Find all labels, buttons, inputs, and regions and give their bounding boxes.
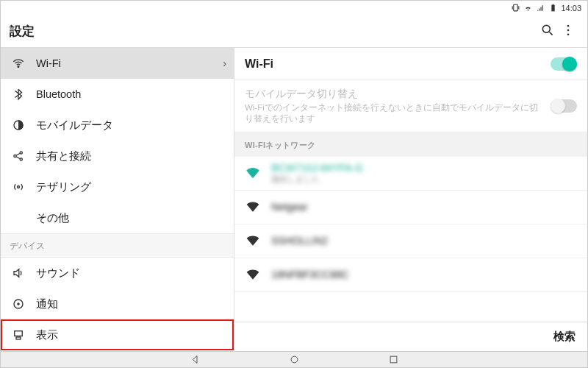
detail-pane: Wi-Fi モバイルデータ切り替え Wi-Fiでのインターネット接続を行えないと… <box>234 48 587 351</box>
nav-home-button[interactable] <box>289 354 300 367</box>
sidebar-item-tethering[interactable]: テザリング <box>1 171 234 202</box>
sidebar-item-label: 表示 <box>36 328 226 342</box>
search-button[interactable] <box>537 23 558 40</box>
sidebar-section-device: デバイス <box>1 233 234 258</box>
battery-icon <box>548 3 558 14</box>
status-bar: 14:03 <box>1 1 587 15</box>
svg-point-3 <box>542 25 550 32</box>
svg-rect-1 <box>552 4 555 11</box>
bluetooth-icon <box>11 88 26 101</box>
sidebar-item-label: その他 <box>36 211 226 225</box>
svg-point-17 <box>291 356 298 363</box>
mobile-data-switch-row: モバイルデータ切り替え Wi-Fiでのインターネット接続を行えないときに自動でモ… <box>234 80 587 132</box>
vibrate-icon <box>511 3 520 14</box>
chevron-right-icon: › <box>223 57 226 69</box>
svg-point-5 <box>567 29 570 32</box>
svg-point-10 <box>20 152 22 154</box>
search-networks-button[interactable]: 検索 <box>553 330 576 344</box>
mobile-switch-desc: Wi-Fiでのインターネット接続を行えないときに自動でモバイルデータに切り替えを… <box>245 102 545 124</box>
tethering-icon <box>11 180 26 194</box>
share-icon <box>11 149 26 163</box>
svg-point-7 <box>18 66 19 68</box>
sidebar-item-label: Wi-Fi <box>36 57 212 69</box>
sidebar-item-sound[interactable]: サウンド <box>1 258 234 289</box>
mobile-data-icon <box>11 118 26 132</box>
wifi-toggle[interactable] <box>551 57 577 71</box>
sidebar-item-more[interactable]: その他 <box>1 202 234 233</box>
sidebar-item-label: 共有と接続 <box>36 149 226 163</box>
svg-point-9 <box>14 155 16 157</box>
sidebar-item-label: サウンド <box>36 266 226 280</box>
mobile-data-switch-toggle[interactable] <box>551 99 577 113</box>
sidebar-item-mobile-data[interactable]: モバイルデータ <box>1 110 234 141</box>
sidebar-item-display[interactable]: 表示 <box>1 319 234 350</box>
sound-icon <box>11 266 26 280</box>
settings-sidebar: Wi-Fi › Bluetooth モバイルデータ 共有と接続 テザリング その… <box>1 48 234 351</box>
network-name: SSHOLLIN2 <box>271 235 577 247</box>
display-icon <box>11 328 26 342</box>
sidebar-item-notifications[interactable]: 通知 <box>1 289 234 319</box>
wifi-network-item[interactable]: 18NFBF3CC88C <box>234 258 587 292</box>
sidebar-item-label: 通知 <box>36 297 226 311</box>
detail-title: Wi-Fi <box>245 57 551 71</box>
svg-rect-2 <box>553 4 554 4</box>
svg-point-6 <box>567 34 570 36</box>
app-header: 設定 <box>1 15 587 48</box>
sidebar-item-label: モバイルデータ <box>36 118 226 132</box>
network-name: 18NFBF3CC88C <box>271 269 577 280</box>
wifi-networks-header: WI-FIネットワーク <box>234 132 587 157</box>
svg-point-14 <box>18 303 19 305</box>
sidebar-item-label: Bluetooth <box>36 88 226 100</box>
detail-footer: 検索 <box>234 322 587 351</box>
wifi-icon <box>523 3 533 14</box>
wifi-signal-icon <box>245 267 261 282</box>
sidebar-item-wifi[interactable]: Wi-Fi › <box>1 48 234 79</box>
sidebar-item-bluetooth[interactable]: Bluetooth <box>1 79 234 110</box>
sidebar-item-share-connect[interactable]: 共有と接続 <box>1 141 234 171</box>
svg-rect-18 <box>390 356 397 363</box>
wifi-network-item[interactable]: SSHOLLIN2 <box>234 224 587 258</box>
svg-rect-16 <box>16 337 21 339</box>
network-name: Netgear <box>271 201 577 213</box>
wifi-network-item[interactable]: BCW710J-84YFA-G 接続しました <box>234 157 587 191</box>
sidebar-item-label: テザリング <box>36 180 226 194</box>
nav-recent-button[interactable] <box>388 354 399 367</box>
network-name: BCW710J-84YFA-G <box>271 162 577 174</box>
nav-bar <box>1 351 587 368</box>
svg-point-12 <box>18 186 20 188</box>
svg-rect-0 <box>514 4 517 11</box>
wifi-signal-icon <box>245 166 261 180</box>
page-title: 設定 <box>10 23 537 40</box>
mobile-switch-title: モバイルデータ切り替え <box>245 88 545 101</box>
wifi-icon <box>11 57 26 70</box>
svg-rect-15 <box>15 331 23 336</box>
wifi-network-item[interactable]: Netgear <box>234 191 587 224</box>
detail-header: Wi-Fi <box>234 48 587 80</box>
clock-time: 14:03 <box>561 4 581 13</box>
svg-point-4 <box>567 25 570 27</box>
notification-icon <box>11 297 26 311</box>
signal-icon <box>536 3 545 14</box>
wifi-signal-icon <box>245 199 261 214</box>
svg-point-11 <box>20 158 22 160</box>
overflow-menu-button[interactable] <box>558 23 578 40</box>
network-status: 接続しました <box>271 174 577 185</box>
nav-back-button[interactable] <box>190 354 201 367</box>
wifi-signal-icon <box>245 233 261 248</box>
